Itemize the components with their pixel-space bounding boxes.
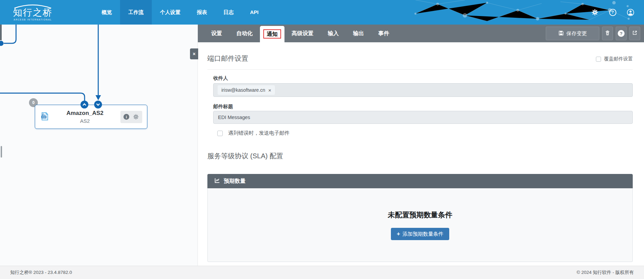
send-on-error-label: 遇到错误时，发送电子邮件 [228,130,290,136]
nav-item-api[interactable]: API [242,0,267,25]
settings-gear-icon[interactable] [591,8,599,16]
send-on-error-checkbox[interactable] [217,131,223,136]
recipient-tag-text: irisw@kasoftware.cn [221,87,265,93]
override-email-checkbox[interactable] [596,57,601,62]
svg-text:AS2: AS2 [42,116,46,118]
tab-notifications[interactable]: 通知 [260,26,284,42]
nav-item-overview[interactable]: 概览 [93,0,120,25]
app-root: 知行之桥 ARCESB INTERNATIONAL 概览 工作流 个人设置 报表… [0,0,644,279]
node-info-icon[interactable]: i [123,114,129,120]
app-logo[interactable]: 知行之桥 ARCESB INTERNATIONAL [10,4,55,21]
save-changes-button[interactable]: 保存变更 [546,27,599,40]
navbar-icon-group: ? [591,0,634,25]
nav-item-logs[interactable]: 日志 [215,0,242,25]
node-title: Amazon_AS2 [49,110,120,117]
recipients-label: 收件人 [213,75,228,82]
save-icon [558,30,564,37]
tab-settings[interactable]: 设置 [204,25,229,42]
footer-copyright-text: © 2024 知行软件 - 版权所有 [577,266,634,279]
expected-volume-title: 预期数量 [224,178,246,185]
external-link-icon [632,30,638,37]
edge-panel-sliver [0,25,2,40]
node-action-group: i [120,111,142,123]
close-panel-button[interactable]: × [190,48,198,59]
nav-item-profile-settings[interactable]: 个人设置 [152,0,189,25]
delete-port-button[interactable] [602,27,613,40]
help-icon[interactable]: ? [609,8,617,16]
node-labels: Amazon_AS2 AS2 [49,110,120,124]
add-expected-volume-button[interactable]: + 添加预期数量条件 [391,228,449,240]
node-input-port-chevron-down-icon[interactable] [94,101,102,108]
workflow-canvas[interactable]: 0 AS2 Amazon_AS2 AS2 i [0,25,198,266]
no-conditions-message: 未配置预期数量条件 [208,210,632,220]
question-icon: ? [618,30,625,37]
expected-volume-card-body: 未配置预期数量条件 + 添加预期数量条件 [207,188,633,262]
tab-advanced-settings[interactable]: 高级设置 [284,25,321,42]
override-email-label: 覆盖邮件设置 [604,56,633,62]
save-button-label: 保存变更 [567,30,587,37]
expected-volume-card-header: 预期数量 [207,174,633,188]
node-subtitle: AS2 [49,118,120,124]
footer-version-text: 知行之桥® 2023 - 23.4.8782.0 [10,266,72,279]
override-email-settings-row[interactable]: 覆盖邮件设置 [596,56,633,62]
email-section-title: 端口邮件设置 [207,54,248,63]
node-output-port-chevron-up-icon[interactable] [80,101,88,108]
workflow-node-amazon-as2[interactable]: AS2 Amazon_AS2 AS2 i [35,105,147,129]
subject-input[interactable] [213,111,633,124]
recipients-input[interactable]: irisw@kasoftware.cn × [213,83,633,97]
tab-help-button[interactable]: ? [616,27,627,40]
add-expected-volume-label: 添加预期数量条件 [402,231,443,237]
page-footer: 知行之桥® 2023 - 23.4.8782.0 © 2024 知行软件 - 版… [0,266,644,279]
logo-title: 知行之桥 [10,8,55,17]
expected-volume-card: 预期数量 未配置预期数量条件 + 添加预期数量条件 [207,174,633,262]
tab-notifications-highlight: 通知 [263,29,281,39]
logo-subtitle: ARCESB INTERNATIONAL [10,18,55,21]
tab-output[interactable]: 输出 [346,25,371,42]
recipient-tag: irisw@kasoftware.cn × [218,85,275,95]
trash-icon [605,30,610,37]
sla-section-title: 服务等级协议 (SLA) 配置 [207,151,283,161]
send-on-error-row[interactable]: 遇到错误时，发送电子邮件 [217,130,290,136]
open-external-button[interactable] [629,27,640,40]
node-settings-gear-icon[interactable] [133,114,139,120]
user-account-icon[interactable] [626,8,634,16]
tab-automation[interactable]: 自动化 [229,25,260,42]
nav-item-workflows[interactable]: 工作流 [120,0,152,25]
nav-item-reports[interactable]: 报表 [189,0,215,25]
plus-icon: + [397,231,400,237]
subject-label: 邮件标题 [213,103,233,110]
remove-recipient-icon[interactable]: × [268,88,272,93]
main-nav: 概览 工作流 个人设置 报表 日志 API [93,0,267,25]
tab-events[interactable]: 事件 [371,25,396,42]
port-settings-tabbar: 设置 自动化 通知 高级设置 输入 输出 事件 保存变更 [198,25,644,42]
section-divider [207,69,633,70]
as2-connector-icon: AS2 [40,111,49,123]
chart-line-icon [214,177,220,185]
flow-connector-lines [0,25,198,266]
tabbar-action-group: 保存变更 ? [546,27,640,40]
edge-grip-handle[interactable] [1,146,2,158]
tab-input[interactable]: 输入 [321,25,346,42]
notification-settings-panel: × 端口邮件设置 覆盖邮件设置 收件人 irisw@kasoftware.cn … [198,42,644,266]
top-navbar: 知行之桥 ARCESB INTERNATIONAL 概览 工作流 个人设置 报表… [0,0,644,25]
